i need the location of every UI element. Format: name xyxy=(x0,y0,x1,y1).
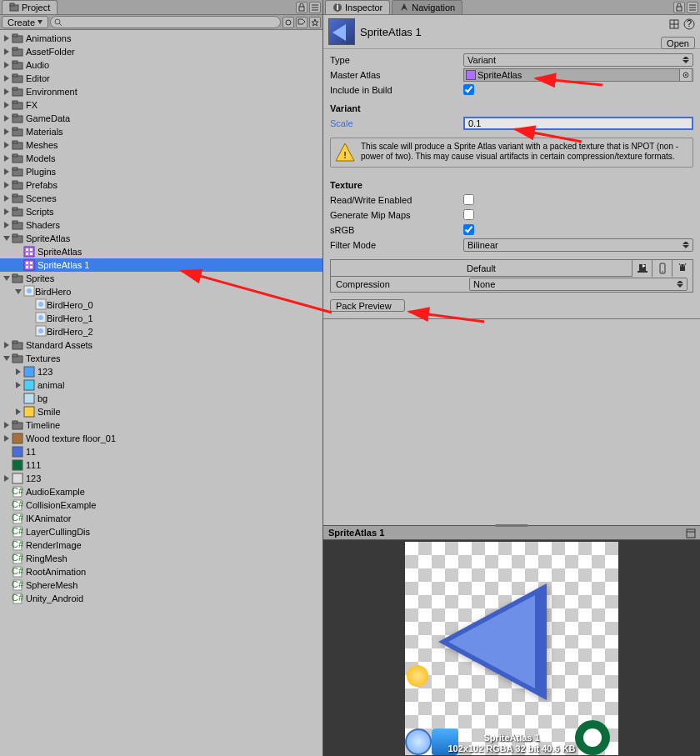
tree-item-models[interactable]: Models xyxy=(0,152,322,165)
type-dropdown[interactable]: Variant xyxy=(463,53,693,67)
help-icon[interactable]: ? xyxy=(683,18,695,32)
fold-toggle[interactable] xyxy=(2,73,12,83)
platform-android-icon[interactable] xyxy=(672,260,692,277)
tree-item-fx[interactable]: FX xyxy=(0,98,322,112)
scale-input[interactable]: 0.1 xyxy=(463,117,693,130)
tree-item-123[interactable]: 123 xyxy=(0,365,322,378)
tree-item-smile[interactable]: Smile xyxy=(0,405,322,418)
fold-toggle[interactable] xyxy=(2,33,12,43)
fold-toggle[interactable] xyxy=(2,273,12,283)
tree-item-meshes[interactable]: Meshes xyxy=(0,138,322,152)
object-picker-icon[interactable] xyxy=(679,69,691,81)
tree-item-birdhero[interactable]: BirdHero xyxy=(0,285,322,298)
tree-item-audioexample[interactable]: C#AudioExample xyxy=(0,485,322,498)
read-write-checkbox[interactable] xyxy=(463,194,474,205)
tree-item-birdhero-2[interactable]: BirdHero_2 xyxy=(0,325,322,338)
compression-dropdown[interactable]: None xyxy=(469,278,688,291)
fold-toggle[interactable] xyxy=(2,47,12,57)
tab-navigation[interactable]: Navigation xyxy=(392,0,462,14)
tree-item-textures[interactable]: Textures xyxy=(0,352,322,365)
fold-toggle[interactable] xyxy=(2,127,12,137)
tree-item-birdhero-1[interactable]: BirdHero_1 xyxy=(0,312,322,325)
tree-item-wood-texture-floor-01[interactable]: Wood texture floor_01 xyxy=(0,432,322,445)
platform-standalone-icon[interactable] xyxy=(632,260,652,277)
tree-item-shaders[interactable]: Shaders xyxy=(0,218,322,232)
tab-project[interactable]: Project xyxy=(2,0,58,14)
tree-item-unity-android[interactable]: C#Unity_Android xyxy=(0,592,322,605)
project-tree[interactable]: AnimationsAssetFolderAudioEditorEnvironm… xyxy=(0,30,322,756)
save-search-icon[interactable] xyxy=(309,17,321,28)
fold-toggle[interactable] xyxy=(13,367,23,377)
tree-item-layercullingdis[interactable]: C#LayerCullingDis xyxy=(0,525,322,538)
lock-icon[interactable] xyxy=(296,2,308,13)
tree-item-scenes[interactable]: Scenes xyxy=(0,192,322,205)
tree-item-spriteatlas-1[interactable]: SpriteAtlas 1 xyxy=(0,258,322,272)
fold-toggle[interactable] xyxy=(13,380,23,390)
tab-inspector[interactable]: i Inspector xyxy=(325,0,390,14)
fold-toggle[interactable] xyxy=(2,60,12,70)
tree-item-materials[interactable]: Materials xyxy=(0,125,322,138)
fold-toggle[interactable] xyxy=(2,87,12,97)
fold-toggle[interactable] xyxy=(2,420,12,430)
fold-toggle[interactable] xyxy=(13,407,23,417)
filter-by-type-icon[interactable] xyxy=(282,17,294,28)
fold-toggle[interactable] xyxy=(2,153,12,163)
tree-item-bg[interactable]: bg xyxy=(0,392,322,405)
fold-toggle[interactable] xyxy=(2,140,12,150)
tree-item-standard-assets[interactable]: Standard Assets xyxy=(0,338,322,352)
tree-item-birdhero-0[interactable]: BirdHero_0 xyxy=(0,298,322,312)
fold-toggle[interactable] xyxy=(2,233,12,243)
panel-menu-icon[interactable] xyxy=(309,2,321,13)
tree-item-renderimage[interactable]: C#RenderImage xyxy=(0,538,322,552)
tree-item-spriteatlas[interactable]: SpriteAtlas xyxy=(0,232,322,245)
srgb-checkbox[interactable] xyxy=(463,224,474,235)
tree-item-animal[interactable]: animal xyxy=(0,378,322,392)
tree-item-111[interactable]: 111 xyxy=(0,458,322,472)
tree-item-ringmesh[interactable]: C#RingMesh xyxy=(0,552,322,565)
tree-item-collisionexample[interactable]: C#CollisionExample xyxy=(0,498,322,512)
filter-mode-dropdown[interactable]: Bilinear xyxy=(463,238,693,252)
pack-preview-button[interactable]: Pack Preview xyxy=(330,299,405,312)
platform-default-tab[interactable]: Default xyxy=(331,260,632,276)
tree-item-editor[interactable]: Editor xyxy=(0,72,322,85)
tree-item-environment[interactable]: Environment xyxy=(0,85,322,98)
tree-item-timeline[interactable]: Timeline xyxy=(0,418,322,432)
lock-icon[interactable] xyxy=(673,2,685,13)
fold-toggle[interactable] xyxy=(13,287,23,297)
tree-item-ikanimator[interactable]: C#IKAnimator xyxy=(0,512,322,525)
create-button[interactable]: Create xyxy=(2,16,48,28)
tree-item-spriteatlas[interactable]: SpriteAtlas xyxy=(0,245,322,258)
panel-menu-icon[interactable] xyxy=(687,2,698,13)
master-atlas-field[interactable]: SpriteAtlas xyxy=(463,68,693,82)
tree-item-sprites[interactable]: Sprites xyxy=(0,272,322,285)
prefab-icon[interactable] xyxy=(668,18,680,32)
fold-toggle[interactable] xyxy=(2,193,12,203)
tree-item-123[interactable]: 123 xyxy=(0,472,322,485)
tree-item-plugins[interactable]: Plugins xyxy=(0,165,322,178)
tree-item-gamedata[interactable]: GameData xyxy=(0,112,322,125)
fold-toggle[interactable] xyxy=(2,340,12,350)
fold-toggle[interactable] xyxy=(2,353,12,363)
fold-toggle[interactable] xyxy=(2,433,12,443)
open-button[interactable]: Open xyxy=(661,37,695,49)
tree-item-11[interactable]: 11 xyxy=(0,445,322,458)
tree-item-spheremesh[interactable]: C#SphereMesh xyxy=(0,578,322,592)
fold-toggle[interactable] xyxy=(2,473,12,483)
fold-toggle[interactable] xyxy=(2,207,12,217)
platform-ios-icon[interactable] xyxy=(652,260,672,277)
fold-toggle[interactable] xyxy=(2,180,12,190)
tree-item-audio[interactable]: Audio xyxy=(0,58,322,72)
fold-toggle[interactable] xyxy=(2,100,12,110)
fold-toggle[interactable] xyxy=(2,220,12,230)
tree-item-prefabs[interactable]: Prefabs xyxy=(0,178,322,192)
mip-maps-checkbox[interactable] xyxy=(463,209,474,220)
preview-header[interactable]: SpriteAtlas 1 xyxy=(323,525,700,540)
fold-toggle[interactable] xyxy=(2,113,12,123)
filter-by-label-icon[interactable] xyxy=(296,17,308,28)
tree-item-scripts[interactable]: Scripts xyxy=(0,205,322,218)
tree-item-assetfolder[interactable]: AssetFolder xyxy=(0,45,322,58)
tree-item-animations[interactable]: Animations xyxy=(0,32,322,45)
search-input[interactable] xyxy=(50,16,281,28)
fold-toggle[interactable] xyxy=(2,167,12,177)
tree-item-rootanimation[interactable]: C#RootAnimation xyxy=(0,565,322,578)
